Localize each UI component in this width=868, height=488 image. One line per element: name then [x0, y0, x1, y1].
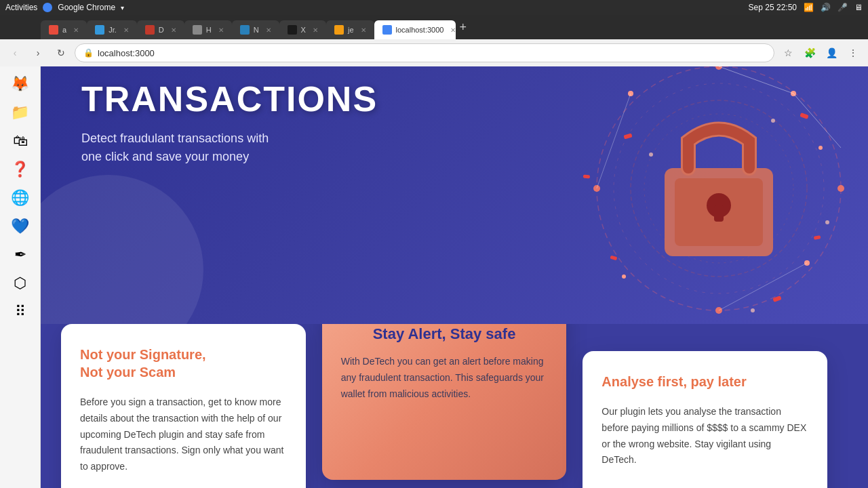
sidebar-store-icon[interactable]: 🛍 — [8, 129, 33, 153]
url-text: localhost:3000 — [98, 48, 155, 58]
browser-favicon — [43, 3, 52, 12]
tabs-bar: a ✕ Jr. ✕ D ✕ H ✕ N ✕ X ✕ je ✕ localhost… — [0, 15, 868, 39]
address-bar[interactable]: 🔒 localhost:3000 — [75, 43, 774, 62]
card1-text: Before you sign a transaction, get to kn… — [80, 394, 287, 475]
tab-h[interactable]: H ✕ — [184, 20, 232, 39]
profile-button[interactable]: 👤 — [822, 43, 841, 62]
card1-title: Not your Signature,Not your Scam — [80, 346, 287, 381]
tab-a[interactable]: a ✕ — [41, 20, 87, 39]
card2-text: With DeTech you can get an alert before … — [341, 354, 548, 402]
lock-icon: 🔒 — [83, 48, 94, 58]
wifi-icon: 📶 — [804, 3, 814, 12]
svg-rect-22 — [583, 175, 590, 179]
tab-je[interactable]: je ✕ — [326, 20, 374, 39]
svg-rect-19 — [814, 235, 821, 240]
sidebar-vscode-icon[interactable]: 💙 — [8, 214, 33, 239]
svg-point-9 — [818, 146, 823, 150]
browser-name-label: Google Chrome — [58, 3, 115, 12]
forward-button[interactable]: › — [28, 43, 47, 62]
volume-icon: 🔊 — [821, 3, 831, 12]
tab-close-x[interactable]: ✕ — [313, 26, 318, 34]
sidebar-chrome-icon[interactable]: 🌐 — [8, 186, 33, 210]
os-top-bar: Activities Google Chrome ▾ Sep 25 22:50 … — [0, 0, 868, 15]
extensions-button[interactable]: 🧩 — [800, 43, 819, 62]
browser-body: 🦊 📁 🛍 ❓ 🌐 💙 ✒ ⬡ ⠿ TRANSACTIONS Detect fr… — [0, 66, 868, 488]
back-button[interactable]: ‹ — [5, 43, 24, 62]
lock-illustration — [515, 66, 868, 324]
tab-active[interactable]: localhost:3000 ✕ — [374, 20, 456, 39]
svg-rect-18 — [800, 113, 808, 119]
sidebar-files-icon[interactable]: 📁 — [8, 100, 33, 125]
toolbar-right: ☆ 🧩 👤 ⋮ — [778, 43, 863, 62]
mic-icon: 🎤 — [837, 3, 848, 12]
tab-jr[interactable]: Jr. ✕ — [87, 20, 137, 39]
tab-x[interactable]: X ✕ — [279, 20, 326, 39]
main-content[interactable]: TRANSACTIONS Detect fraudulant transacti… — [41, 66, 868, 488]
display-icon: 🖥 — [854, 3, 863, 12]
card3-title: Analyse first, pay later — [601, 373, 808, 390]
card-signature: Not your Signature,Not your Scam Before … — [61, 324, 306, 488]
card2-title: Stay Alert, Stay safe — [341, 325, 548, 343]
svg-line-25 — [719, 263, 807, 310]
svg-line-23 — [719, 66, 793, 94]
svg-point-30 — [751, 308, 755, 312]
new-tab-button[interactable]: + — [460, 20, 467, 35]
svg-line-26 — [597, 94, 631, 188]
activities-label[interactable]: Activities — [5, 3, 37, 12]
card-alert: Stay Alert, Stay safe With DeTech you ca… — [322, 304, 567, 480]
reload-button[interactable]: ↻ — [52, 43, 71, 62]
svg-rect-17 — [623, 134, 632, 140]
sidebar-dots-icon[interactable]: ⠿ — [8, 300, 33, 324]
tab-close-h[interactable]: ✕ — [218, 26, 224, 34]
tab-close-n[interactable]: ✕ — [266, 26, 271, 34]
bookmark-button[interactable]: ☆ — [778, 43, 797, 62]
tab-n[interactable]: N ✕ — [232, 20, 279, 39]
sidebar-pen-icon[interactable]: ✒ — [8, 243, 33, 267]
svg-rect-21 — [772, 296, 781, 302]
tab-close-a[interactable]: ✕ — [73, 26, 79, 34]
deco-circle — [41, 175, 203, 324]
tab-close-jr[interactable]: ✕ — [123, 26, 129, 34]
svg-point-27 — [649, 152, 653, 157]
svg-point-12 — [622, 274, 626, 279]
svg-rect-16 — [714, 205, 724, 222]
svg-point-5 — [837, 185, 844, 192]
hero-section: TRANSACTIONS Detect fraudulant transacti… — [41, 66, 868, 324]
svg-line-24 — [793, 94, 841, 148]
hero-subtitle: Detect fraudulant transactions with one … — [81, 129, 366, 166]
dropdown-arrow-icon[interactable]: ▾ — [121, 4, 124, 12]
tab-d[interactable]: D ✕ — [137, 20, 184, 39]
cards-section: Not your Signature,Not your Scam Before … — [41, 324, 868, 488]
sidebar-help-icon[interactable]: ❓ — [8, 157, 33, 182]
sidebar: 🦊 📁 🛍 ❓ 🌐 💙 ✒ ⬡ ⠿ — [0, 66, 41, 488]
svg-rect-20 — [610, 256, 617, 260]
sidebar-firefox-icon[interactable]: 🦊 — [8, 72, 33, 96]
menu-button[interactable]: ⋮ — [844, 43, 863, 62]
tab-close-je[interactable]: ✕ — [361, 26, 366, 34]
sidebar-git-icon[interactable]: ⬡ — [8, 271, 33, 296]
hero-subtitle-line1: Detect fraudulant transactions with — [81, 131, 269, 145]
browser-toolbar: ‹ › ↻ 🔒 localhost:3000 ☆ 🧩 👤 ⋮ — [0, 39, 868, 66]
tab-close-d[interactable]: ✕ — [171, 26, 176, 34]
card3-text: Our plugin lets you analyse the transact… — [601, 404, 808, 468]
card-analyse: Analyse first, pay later Our plugin lets… — [583, 351, 827, 488]
tab-close-active[interactable]: ✕ — [450, 26, 455, 34]
svg-point-29 — [825, 220, 829, 224]
hero-subtitle-line2: one click and save your money — [81, 150, 249, 163]
datetime-label: Sep 25 22:50 — [749, 3, 797, 12]
svg-point-28 — [771, 119, 775, 123]
